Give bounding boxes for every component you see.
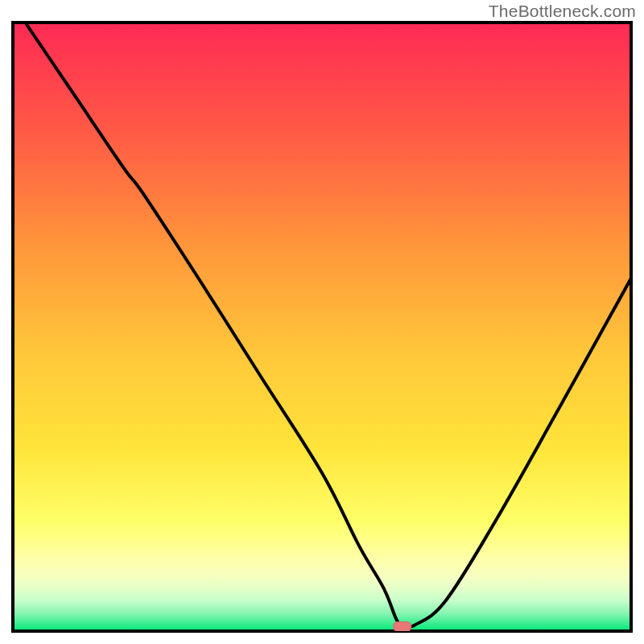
plot-background bbox=[13, 23, 631, 631]
chart-svg bbox=[0, 0, 644, 644]
optimum-marker bbox=[394, 621, 411, 631]
watermark-text: TheBottleneck.com bbox=[489, 2, 636, 21]
chart-stage: TheBottleneck.com bbox=[0, 0, 644, 644]
